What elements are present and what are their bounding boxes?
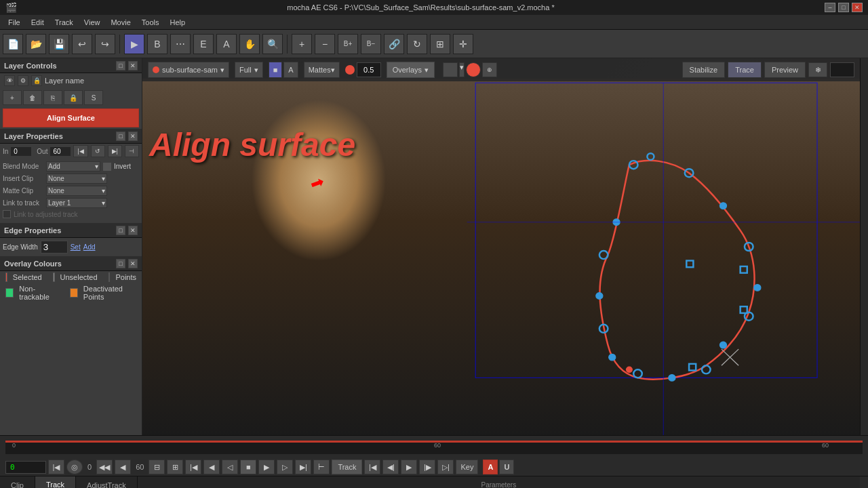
non-trackable-color-swatch[interactable]	[5, 288, 14, 298]
tl-stop-btn[interactable]: ■	[240, 460, 256, 474]
menu-file[interactable]: File	[3, 17, 26, 28]
loop-button[interactable]: ↺	[91, 145, 105, 157]
duplicate-layer-button[interactable]: ⎘	[43, 90, 62, 105]
tab-track[interactable]: Track	[35, 476, 76, 488]
color-dropdown-btn[interactable]: ▾	[459, 62, 465, 77]
subtract-btn[interactable]: −	[315, 34, 335, 54]
tab-adjust-track[interactable]: AdjustTrack	[76, 476, 138, 488]
move2-btn[interactable]: ✛	[453, 34, 473, 54]
end-button[interactable]: ⊣	[125, 145, 139, 157]
tl-marker-btn[interactable]: ⊞	[167, 460, 183, 474]
add-layer-button[interactable]: +	[3, 90, 22, 105]
unselected-color-swatch[interactable]	[53, 272, 55, 282]
add-point-btn[interactable]: +	[292, 34, 312, 54]
close-button[interactable]: ✕	[852, 3, 863, 12]
blend-mode-dropdown[interactable]: Add▾	[46, 161, 100, 171]
addpoint-tool[interactable]: A	[216, 34, 237, 54]
edge-width-input[interactable]	[41, 241, 68, 253]
points-color-swatch[interactable]	[108, 272, 111, 282]
preview-button[interactable]: Preview	[764, 62, 806, 78]
in-value[interactable]	[11, 147, 31, 156]
tl-play-back-btn[interactable]: ◀	[203, 460, 220, 474]
align-surface-button[interactable]: Align Surface	[3, 108, 139, 127]
tl-prev-frame-btn[interactable]: ◀◀	[96, 460, 113, 474]
bg-color-btn[interactable]	[443, 62, 458, 77]
out-value[interactable]	[50, 147, 71, 156]
tl-goto-start-btn[interactable]: |◀	[185, 460, 201, 474]
redo-button[interactable]: ↪	[95, 34, 115, 54]
lp-float-button[interactable]: □	[116, 131, 125, 141]
minimize-button[interactable]: –	[825, 3, 835, 12]
layer-lock-icon[interactable]: 🔒	[31, 75, 42, 86]
maximize-button[interactable]: □	[838, 3, 849, 12]
menu-view[interactable]: View	[79, 17, 106, 28]
in-goto-button[interactable]: |◀	[73, 145, 87, 157]
lock-layer-button[interactable]: 🔒	[64, 90, 83, 105]
opacity-input[interactable]	[357, 62, 381, 77]
oc-close-button[interactable]: ✕	[128, 259, 138, 268]
color-btn[interactable]: ■	[269, 62, 283, 78]
save-button[interactable]: 💾	[49, 34, 69, 54]
bezier-tool[interactable]: B	[147, 34, 167, 54]
edge-set-link[interactable]: Set	[71, 243, 81, 251]
tl-key4-btn[interactable]: |▶	[419, 460, 435, 474]
tl-mark-in-btn[interactable]: ◎	[66, 460, 83, 474]
ep-float-button[interactable]: □	[116, 226, 125, 235]
snowflake-button[interactable]: ❄	[808, 62, 827, 77]
ep-close-button[interactable]: ✕	[128, 226, 138, 235]
menu-help[interactable]: Help	[164, 17, 191, 28]
alpha-btn[interactable]: A	[283, 62, 298, 78]
tl-key5-btn[interactable]: ▷|	[437, 460, 454, 474]
layer-settings-icon[interactable]: ⚙	[18, 75, 28, 86]
zoom-tool[interactable]: 🔍	[262, 34, 283, 54]
track-button[interactable]: Track	[332, 460, 362, 474]
tl-end2-btn[interactable]: ⊢	[313, 460, 330, 474]
tl-snap-btn[interactable]: ⊟	[149, 460, 165, 474]
new-button[interactable]: 📄	[3, 34, 23, 54]
rotate-btn[interactable]: ↻	[407, 34, 427, 54]
b-plus-btn[interactable]: B+	[338, 34, 358, 54]
link-adjusted-checkbox[interactable]	[3, 210, 11, 218]
trace-button[interactable]: Trace	[728, 62, 762, 78]
menu-movie[interactable]: Movie	[105, 17, 136, 28]
tl-play-loop-btn[interactable]: ▷	[277, 460, 293, 474]
tl-prev-btn[interactable]: ◁	[222, 460, 238, 474]
mattes-dropdown[interactable]: Mattes▾	[304, 62, 340, 78]
a-button[interactable]: A	[483, 460, 498, 474]
tl-key2-btn[interactable]: ◀|	[382, 460, 399, 474]
tl-key3-btn[interactable]: ▶	[401, 460, 417, 474]
insert-clip-dropdown[interactable]: None▾	[46, 174, 107, 184]
xspline-tool[interactable]: ⋯	[170, 34, 191, 54]
canvas-scrollbar[interactable]	[860, 58, 868, 435]
layer-visible-icon[interactable]: 👁	[4, 75, 15, 86]
overlays-button[interactable]: Overlays▾	[387, 62, 435, 78]
invert-checkbox[interactable]	[103, 163, 111, 171]
solo-layer-button[interactable]: S	[84, 90, 103, 105]
tab-clip[interactable]: Clip	[0, 476, 35, 488]
link-to-track-dropdown[interactable]: Layer 1▾	[46, 198, 107, 208]
layer-select-dropdown[interactable]: sub-surface-sam ▾	[148, 62, 229, 78]
channel-btn[interactable]: ⊕	[482, 62, 497, 77]
grid-btn[interactable]: ⊞	[430, 34, 450, 54]
matte-clip-dropdown[interactable]: None▾	[46, 186, 107, 196]
oc-float-button[interactable]: □	[116, 259, 125, 268]
key-label[interactable]: Key	[456, 460, 478, 474]
open-button[interactable]: 📂	[26, 34, 46, 54]
zoom-input[interactable]	[830, 62, 854, 77]
view-select-dropdown[interactable]: Full▾	[235, 62, 263, 78]
menu-edit[interactable]: Edit	[26, 17, 50, 28]
panel-close-button[interactable]: ✕	[128, 61, 138, 70]
menu-tools[interactable]: Tools	[136, 17, 165, 28]
edge-add-link[interactable]: Add	[83, 243, 96, 251]
out-goto-button[interactable]: ▶|	[108, 145, 122, 157]
fg-color-btn[interactable]	[466, 62, 481, 77]
stabilize-button[interactable]: Stabilize	[682, 62, 726, 78]
panel-float-button[interactable]: □	[116, 61, 125, 70]
tl-set-in-btn[interactable]: |◀	[48, 460, 64, 474]
edit-tool[interactable]: E	[193, 34, 214, 54]
select-tool[interactable]: ▶	[124, 34, 144, 54]
menu-track[interactable]: Track	[50, 17, 79, 28]
delete-layer-button[interactable]: 🗑	[23, 90, 42, 105]
tl-goto-end-btn[interactable]: ▶|	[295, 460, 311, 474]
tl-key1-btn[interactable]: |◀	[364, 460, 380, 474]
